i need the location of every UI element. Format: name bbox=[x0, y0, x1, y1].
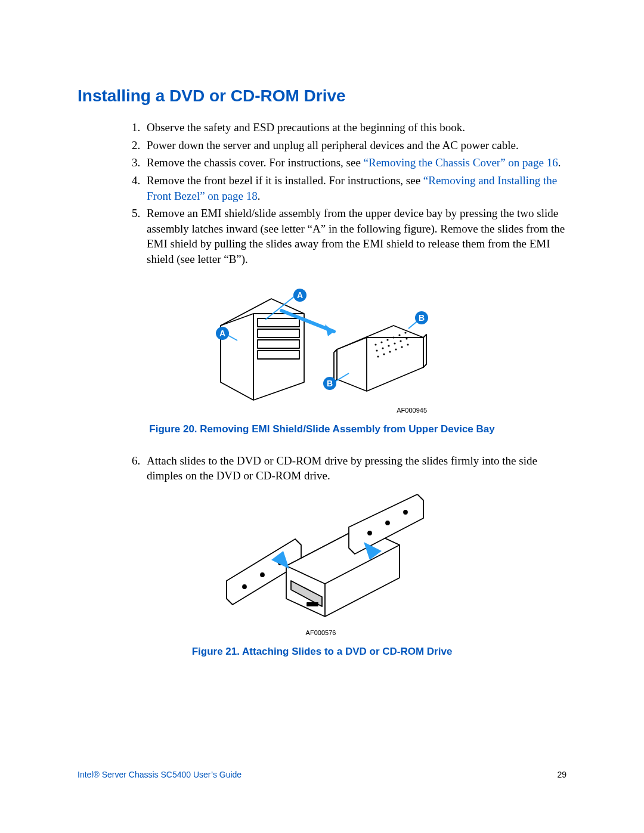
step-text: Power down the server and unplug all per… bbox=[147, 139, 519, 151]
svg-point-24 bbox=[377, 355, 379, 357]
svg-rect-7 bbox=[258, 351, 299, 359]
step-text: . bbox=[258, 190, 261, 202]
callout-b-right: B bbox=[415, 311, 428, 324]
svg-point-27 bbox=[395, 348, 397, 350]
step-text: Remove the chassis cover. For instructio… bbox=[147, 156, 364, 169]
figure-21-art: AF000576 bbox=[215, 494, 429, 636]
step-2: Power down the server and unplug all per… bbox=[143, 138, 566, 153]
svg-marker-30 bbox=[334, 349, 337, 382]
emi-shield-illustration bbox=[215, 278, 429, 403]
step-1: Observe the safety and ESD precautions a… bbox=[143, 120, 566, 135]
svg-point-15 bbox=[392, 336, 394, 338]
figure-20-refnum: AF000945 bbox=[215, 407, 429, 414]
page-content: Installing a DVD or CD-ROM Drive Observe… bbox=[0, 0, 644, 658]
figure-20: A A B B AF000945 Figure 20. Removing EMI… bbox=[78, 278, 566, 435]
steps-list: Observe the safety and ESD precautions a… bbox=[119, 120, 566, 267]
step-4: Remove the front bezel if it is installe… bbox=[143, 173, 566, 203]
steps-list-cont: Attach slides to the DVD or CD-ROM drive… bbox=[119, 453, 566, 484]
svg-point-14 bbox=[386, 339, 388, 340]
svg-point-20 bbox=[388, 345, 389, 346]
svg-rect-4 bbox=[258, 318, 299, 327]
step-text: Attach slides to the DVD or CD-ROM drive… bbox=[147, 454, 537, 482]
step-text: Observe the safety and ESD precautions a… bbox=[147, 121, 465, 134]
attach-slides-illustration bbox=[215, 494, 429, 625]
figure-20-art: A A B B AF000945 bbox=[215, 278, 429, 414]
svg-rect-5 bbox=[258, 329, 299, 337]
footer-guide-title: Intel® Server Chassis SC5400 User’s Guid… bbox=[78, 770, 242, 779]
callout-a-top: A bbox=[293, 289, 306, 302]
svg-point-29 bbox=[407, 343, 408, 345]
svg-point-12 bbox=[374, 343, 376, 345]
section-heading: Installing a DVD or CD-ROM Drive bbox=[78, 86, 566, 106]
svg-point-40 bbox=[261, 573, 264, 577]
figure-21: AF000576 Figure 21. Attaching Slides to … bbox=[78, 494, 566, 658]
step-6: Attach slides to the DVD or CD-ROM drive… bbox=[143, 453, 566, 484]
svg-point-18 bbox=[376, 349, 377, 351]
footer-page-number: 29 bbox=[557, 770, 566, 779]
svg-point-39 bbox=[243, 585, 246, 589]
svg-point-25 bbox=[383, 353, 385, 355]
svg-point-48 bbox=[368, 531, 371, 535]
step-text: Remove the front bezel if it is installe… bbox=[147, 174, 423, 187]
figure-20-caption: Figure 20. Removing EMI Shield/Slide Ass… bbox=[78, 423, 566, 435]
svg-point-21 bbox=[394, 342, 395, 344]
svg-point-23 bbox=[405, 337, 407, 339]
step-text: . bbox=[558, 156, 561, 169]
svg-point-17 bbox=[404, 332, 406, 333]
svg-point-50 bbox=[404, 510, 407, 514]
figure-21-caption: Figure 21. Attaching Slides to a DVD or … bbox=[78, 646, 566, 658]
callout-a-left: A bbox=[216, 327, 229, 340]
step-3: Remove the chassis cover. For instructio… bbox=[143, 155, 566, 171]
svg-point-16 bbox=[398, 334, 400, 336]
page-footer: Intel® Server Chassis SC5400 User’s Guid… bbox=[78, 770, 566, 779]
step-5: Remove an EMI shield/slide assembly from… bbox=[143, 206, 566, 267]
svg-marker-31 bbox=[423, 335, 426, 367]
svg-point-28 bbox=[401, 346, 402, 348]
svg-point-49 bbox=[386, 521, 389, 525]
step-text: Remove an EMI shield/slide assembly from… bbox=[147, 207, 565, 265]
callout-b-bottom: B bbox=[323, 377, 336, 390]
xref-removing-chassis-cover[interactable]: “Removing the Chassis Cover” on page 16 bbox=[364, 156, 558, 169]
svg-rect-6 bbox=[258, 340, 299, 348]
svg-marker-8 bbox=[337, 326, 423, 391]
svg-rect-46 bbox=[307, 603, 318, 606]
figure-21-refnum: AF000576 bbox=[215, 629, 429, 636]
svg-point-22 bbox=[400, 340, 401, 342]
svg-point-19 bbox=[382, 347, 383, 349]
svg-point-13 bbox=[380, 341, 382, 343]
svg-point-26 bbox=[389, 351, 391, 352]
